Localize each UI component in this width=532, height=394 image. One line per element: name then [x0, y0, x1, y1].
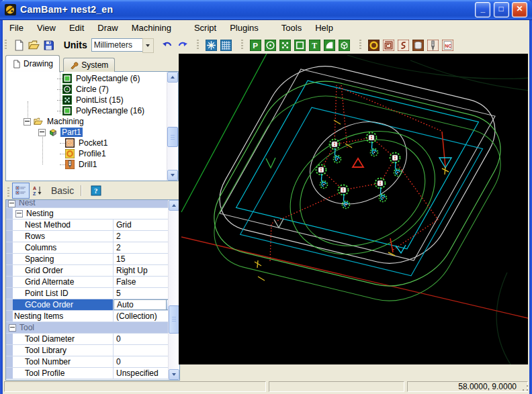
property-label: Columns: [13, 242, 114, 253]
open-file-icon[interactable]: [27, 38, 40, 52]
property-row-grid-alternate[interactable]: Grid AlternateFalse: [6, 277, 179, 288]
tab-system[interactable]: System: [63, 58, 115, 72]
scroll-down-button[interactable]: [167, 170, 178, 181]
property-label: Tool Number: [13, 356, 114, 367]
tree-item-pointlist-15[interactable]: PointList (15): [6, 95, 178, 105]
property-row-nesting-items[interactable]: Nesting Items(Collection): [6, 311, 179, 322]
circle-icon: [62, 85, 72, 94]
property-row-gcode-order[interactable]: GCode OrderAuto: [6, 299, 179, 311]
separator: [81, 185, 82, 196]
view-mode-label[interactable]: Basic: [51, 185, 74, 196]
gcode-op-icon[interactable]: NC: [441, 38, 454, 52]
cad-viewport[interactable]: [179, 54, 528, 364]
tree-connector: [60, 154, 65, 154]
tree-scrollbar[interactable]: [167, 72, 178, 181]
snap-icon[interactable]: [205, 38, 218, 52]
close-button[interactable]: ✕: [512, 2, 527, 17]
profile-op-icon[interactable]: [367, 38, 380, 52]
category-expander[interactable]: [9, 324, 16, 332]
property-row-tool-diameter[interactable]: Tool Diameter0: [6, 334, 179, 345]
part-icon: [48, 128, 58, 137]
menu-item-script[interactable]: Script: [187, 19, 223, 36]
draw-rectangle-icon[interactable]: [293, 38, 306, 52]
draw-polyline-icon[interactable]: P: [249, 38, 262, 52]
draw-text-icon[interactable]: T: [308, 38, 321, 52]
menu-item-edit[interactable]: Edit: [62, 19, 91, 36]
tab-drawing[interactable]: Drawing: [5, 55, 60, 72]
draw-arc-icon[interactable]: [322, 38, 336, 52]
category-expander[interactable]: [15, 210, 23, 217]
drillbit-op-icon[interactable]: [426, 38, 439, 52]
tree-item-circle-7[interactable]: Circle (7): [6, 84, 178, 95]
tree-item-part1[interactable]: Part1: [6, 127, 178, 138]
tree-item-label: Drill1: [77, 160, 98, 169]
scroll-up-button[interactable]: [167, 72, 178, 83]
collapse-expander[interactable]: [24, 118, 31, 126]
scroll-thumb[interactable]: [167, 127, 178, 147]
toolbar-handle: [359, 40, 361, 50]
maximize-button[interactable]: □: [494, 2, 509, 17]
tab-drawing-label: Drawing: [24, 59, 53, 68]
property-row-columns[interactable]: Columns2: [6, 242, 179, 254]
property-row-nest-method[interactable]: Nest MethodGrid: [6, 219, 179, 231]
tree-item-polyrectangle-6[interactable]: PolyRectangle (6): [6, 73, 178, 84]
grid-icon[interactable]: [220, 38, 233, 52]
property-row-tool-number[interactable]: Tool Number0: [6, 356, 179, 368]
menu-item-view[interactable]: View: [30, 19, 62, 36]
tree-item-polyrectangle-16[interactable]: PolyRectangle (16): [6, 105, 178, 116]
property-row-point-list-id[interactable]: Point List ID5: [6, 288, 179, 299]
scroll-up-button[interactable]: [169, 200, 179, 211]
tree-item-machining[interactable]: Machining: [6, 116, 178, 127]
drawing-tree[interactable]: PolyRectangle (6)Circle (7)PointList (15…: [5, 71, 179, 181]
property-category-nesting[interactable]: Nesting: [6, 208, 179, 219]
property-row-grid-order[interactable]: Grid OrderRight Up: [6, 265, 179, 277]
property-category-tool[interactable]: Tool: [6, 322, 179, 334]
pocket-op-icon[interactable]: [382, 38, 395, 52]
indent-strip: [6, 277, 13, 287]
draw-pointlist-icon[interactable]: [278, 38, 292, 52]
property-row-spacing[interactable]: Spacing15: [6, 254, 179, 265]
menu-item-help[interactable]: Help: [308, 19, 340, 36]
units-combobox[interactable]: Millimeters: [91, 38, 154, 52]
menu-item-file[interactable]: File: [3, 19, 30, 36]
engrave-op-icon[interactable]: [396, 38, 410, 52]
menu-item-machining[interactable]: Machining: [125, 19, 178, 36]
drill-op-icon[interactable]: [411, 38, 425, 52]
help-button[interactable]: ?: [88, 183, 104, 198]
minimize-button[interactable]: _: [475, 2, 490, 17]
category-expander[interactable]: [8, 200, 15, 207]
tree-item-profile1[interactable]: Profile1: [6, 148, 178, 159]
property-label: Rows: [13, 231, 114, 242]
indent-strip: [6, 311, 13, 322]
toolbar-handle: [7, 187, 9, 198]
tree-item-drill1[interactable]: Drill1: [6, 159, 178, 170]
collapse-expander[interactable]: [38, 129, 46, 136]
property-row-tool-library[interactable]: Tool Library: [6, 345, 179, 356]
scroll-down-button[interactable]: [169, 369, 179, 380]
title-bar[interactable]: CamBam+ nest2_en _ □ ✕: [0, 0, 532, 20]
scroll-thumb[interactable]: [169, 305, 179, 334]
save-file-icon[interactable]: [42, 38, 55, 52]
profile-icon: [65, 149, 75, 158]
property-category-nest[interactable]: Nest: [6, 200, 179, 208]
property-grid[interactable]: NestNestingNest MethodGridRows2Columns2S…: [5, 199, 180, 381]
redo-icon[interactable]: [175, 38, 189, 52]
toolbar: Units Millimeters PT NC: [3, 36, 529, 54]
tree-item-pocket1[interactable]: Pocket1: [6, 138, 178, 148]
menu-item-draw[interactable]: Draw: [91, 19, 124, 36]
menu-item-plugins[interactable]: Plugins: [223, 19, 265, 36]
draw-surface-icon[interactable]: [337, 38, 351, 52]
draw-circle-icon[interactable]: [263, 38, 277, 52]
properties-scrollbar[interactable]: [168, 200, 179, 380]
sort-az-button[interactable]: AZ: [30, 183, 46, 198]
property-label: Point List ID: [13, 288, 114, 299]
property-row-rows[interactable]: Rows2: [6, 231, 179, 242]
units-dropdown-button[interactable]: [142, 38, 154, 53]
tree-connector: [57, 89, 62, 90]
categorized-button[interactable]: [12, 183, 30, 199]
resize-grip[interactable]: [521, 384, 529, 393]
new-file-icon[interactable]: [12, 38, 26, 52]
undo-icon[interactable]: [161, 38, 174, 52]
menu-item-tools[interactable]: Tools: [275, 19, 308, 36]
property-row-tool-profile[interactable]: Tool ProfileUnspecified: [6, 368, 179, 379]
